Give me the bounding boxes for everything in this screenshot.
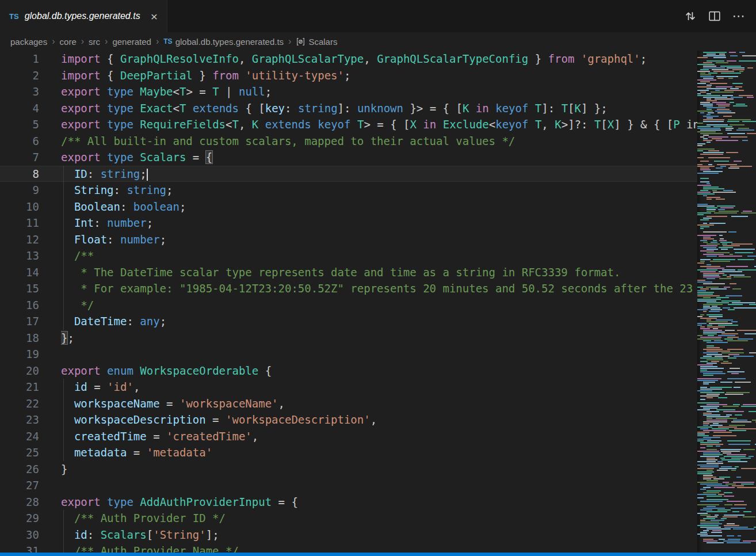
minimap-line [697,169,756,170]
code-line[interactable]: 2import { DeepPartial } from 'utility-ty… [0,67,697,84]
line-number[interactable]: 19 [0,346,39,363]
code-token: ] }; [581,102,608,115]
minimap-line [697,147,756,148]
tab-close-icon[interactable]: × [151,10,158,22]
line-number[interactable]: 28 [0,494,39,511]
code-line[interactable]: 21 id = 'id', [0,379,697,395]
code-token: : [107,233,120,246]
code-token: id [74,528,87,541]
minimap-line [697,285,756,286]
code-line[interactable]: 17 DateTime: any; [0,313,697,330]
minimap-line [697,143,756,144]
code-line[interactable]: 4export type Exact<T extends { [key: str… [0,100,697,117]
line-number[interactable]: 16 [0,297,39,314]
code-line[interactable]: 27 [0,477,697,494]
line-number[interactable]: 31 [0,543,39,553]
breadcrumb-item-global-db-types-generated-ts[interactable]: TSglobal.db.types.generated.ts [163,37,284,47]
split-editor-icon[interactable] [705,7,724,25]
line-number[interactable]: 25 [0,444,39,461]
code-text: id = 'id', [61,379,697,395]
breadcrumb-item-core[interactable]: core [60,37,77,47]
line-number[interactable]: 7 [0,149,39,166]
code-token: T [535,118,541,131]
code-line[interactable]: 3export type Maybe<T> = T | null; [0,83,697,100]
code-line[interactable]: 20export enum WorkspaceOrderable { [0,363,697,379]
code-token: { [ [239,102,265,115]
compare-changes-icon[interactable] [681,7,700,25]
more-actions-icon[interactable]: ⋯ [730,7,748,25]
line-number[interactable]: 17 [0,313,39,330]
line-number[interactable]: 10 [0,199,39,215]
code-line[interactable]: 7export type Scalars = { [0,149,697,166]
code-line[interactable]: 29 /** Auth Provider ID */ [0,510,697,527]
minimap-line [697,395,756,397]
breadcrumb-item-src[interactable]: src [89,37,100,47]
line-number[interactable]: 23 [0,412,39,428]
line-number[interactable]: 1 [0,51,39,67]
minimap-line [697,192,756,193]
line-number[interactable]: 3 [0,83,39,100]
line-number[interactable]: 21 [0,379,39,395]
line-number[interactable]: 13 [0,247,39,264]
code-line[interactable]: 1import { GraphQLResolveInfo, GraphQLSca… [0,51,697,67]
minimap-line [697,249,756,250]
code-line[interactable]: 12 Float: number; [0,231,697,248]
minimap-line [697,55,756,56]
line-number[interactable]: 4 [0,100,39,117]
breadcrumb-item-generated[interactable]: generated [112,37,151,47]
code-line[interactable]: 15 * For example: "1985-04-12T23:20:50.5… [0,280,697,297]
minimap-line [697,435,756,436]
breadcrumb-item-scalars[interactable]: Scalars [296,37,337,47]
code-token: * For example: "1985-04-12T23:20:50.52Z"… [74,282,693,295]
line-number[interactable]: 15 [0,280,39,297]
code-line[interactable]: 23 workspaceDescription = 'workspaceDesc… [0,412,697,428]
code-line[interactable]: 5export type RequireFields<T, K extends … [0,116,697,133]
line-number[interactable]: 26 [0,461,39,478]
code-line[interactable]: 9 String: string; [0,182,697,199]
line-number[interactable]: 9 [0,182,39,199]
line-number[interactable]: 18 [0,330,39,346]
minimap-line [697,281,756,283]
minimap-line [697,230,756,231]
line-number[interactable]: 30 [0,527,39,543]
code-line[interactable]: 13 /** [0,247,697,264]
code-line[interactable]: 11 Int: number; [0,215,697,231]
minimap-line [697,164,756,165]
line-number[interactable]: 12 [0,231,39,248]
line-number[interactable]: 20 [0,363,39,379]
minimap-line [697,166,756,167]
line-number[interactable]: 27 [0,477,39,494]
code-line[interactable]: 16 */ [0,297,697,314]
minimap[interactable] [697,51,756,553]
code-line[interactable]: 30 id: Scalars['String']; [0,527,697,543]
code-line[interactable]: 31 /** Auth Provider Name */ [0,543,697,553]
tab-global-db-types-generated-ts[interactable]: TS global.db.types.generated.ts × [0,0,167,32]
minimap-line [697,116,756,117]
line-number[interactable]: 22 [0,395,39,412]
code-line[interactable]: 18}; [0,330,697,346]
code-editor[interactable]: 1import { GraphQLResolveInfo, GraphQLSca… [0,51,697,553]
code-line[interactable]: 8 ID: string; [0,166,697,182]
breadcrumb-item-packages[interactable]: packages [10,37,47,47]
code-line[interactable]: 26} [0,461,697,478]
minimap-line [697,252,756,253]
code-line[interactable]: 28export type AddAuthProviderInput = { [0,494,697,511]
code-token: [ [147,528,153,541]
line-number[interactable]: 29 [0,510,39,527]
line-number[interactable]: 2 [0,67,39,84]
line-number[interactable]: 14 [0,264,39,281]
line-number[interactable]: 6 [0,133,39,150]
code-line[interactable]: 19 [0,346,697,363]
minimap-line [697,314,756,315]
code-line[interactable]: 22 workspaceName = 'workspaceName', [0,395,697,412]
line-number[interactable]: 24 [0,428,39,445]
code-line[interactable]: 14 * The DateTime scalar type represents… [0,264,697,281]
line-number[interactable]: 11 [0,215,39,231]
code-line[interactable]: 24 createdTime = 'createdTime', [0,428,697,445]
code-line[interactable]: 6/** All built-in and custom scalars, ma… [0,133,697,150]
breadcrumb[interactable]: packages›core›src›generated›TSglobal.db.… [0,32,756,51]
code-line[interactable]: 10 Boolean: boolean; [0,199,697,215]
line-number[interactable]: 8 [0,166,39,182]
code-line[interactable]: 25 metadata = 'metadata' [0,444,697,461]
line-number[interactable]: 5 [0,116,39,133]
